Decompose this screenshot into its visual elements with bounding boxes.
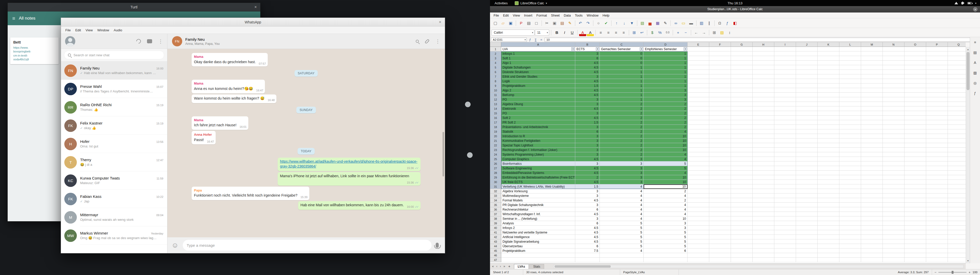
- cell[interactable]: [774, 180, 796, 184]
- cell[interactable]: [839, 212, 861, 217]
- cell[interactable]: [796, 88, 818, 93]
- cell[interactable]: [796, 115, 818, 120]
- print-icon[interactable]: ▤: [525, 20, 532, 27]
- cell[interactable]: [752, 175, 774, 180]
- cell[interactable]: [709, 175, 731, 180]
- cell[interactable]: [839, 221, 861, 226]
- cell[interactable]: PO: [501, 97, 575, 102]
- cell[interactable]: [774, 139, 796, 143]
- cell[interactable]: [948, 161, 966, 166]
- headers-footers-icon[interactable]: ▬: [687, 20, 695, 27]
- cell[interactable]: [774, 111, 796, 115]
- row-header[interactable]: 14: [490, 106, 501, 111]
- cell[interactable]: [818, 203, 839, 207]
- cell[interactable]: [861, 207, 883, 212]
- cut-icon[interactable]: ✂: [543, 20, 550, 27]
- cell[interactable]: ECTS▾: [575, 47, 600, 51]
- cell[interactable]: [818, 207, 839, 212]
- cell[interactable]: [687, 217, 709, 221]
- cell[interactable]: [926, 148, 948, 152]
- cell[interactable]: [752, 230, 774, 235]
- cell[interactable]: [752, 248, 774, 253]
- cell[interactable]: [709, 193, 731, 198]
- cell[interactable]: 0: [600, 51, 644, 56]
- cell[interactable]: [926, 125, 948, 130]
- chat-list-item[interactable]: RRRaRo OHNE Richi15:19Thomas: 👍: [61, 98, 167, 116]
- cell[interactable]: [948, 193, 966, 198]
- cell[interactable]: [796, 102, 818, 106]
- cell[interactable]: [687, 74, 709, 79]
- menu-item-tools[interactable]: Tools: [573, 14, 584, 17]
- cell[interactable]: [774, 253, 796, 258]
- cell[interactable]: [883, 106, 904, 111]
- cell[interactable]: [709, 184, 731, 189]
- cell[interactable]: [818, 125, 839, 130]
- cell[interactable]: [752, 143, 774, 148]
- cell[interactable]: [709, 120, 731, 125]
- cell[interactable]: [687, 198, 709, 203]
- cell[interactable]: [948, 65, 966, 70]
- cell[interactable]: [796, 230, 818, 235]
- cell[interactable]: [774, 239, 796, 244]
- calc-titlebar[interactable]: Studienplan...UK.ods - LibreOffice Calc …: [490, 6, 980, 13]
- cell[interactable]: [948, 143, 966, 148]
- cell[interactable]: [926, 111, 948, 115]
- cell[interactable]: [731, 88, 752, 93]
- cell[interactable]: [731, 207, 752, 212]
- cell[interactable]: [731, 47, 752, 51]
- cell[interactable]: [839, 130, 861, 134]
- row-header[interactable]: 38: [490, 217, 501, 221]
- delete-decimal-icon[interactable]: −: [682, 29, 689, 36]
- cell[interactable]: [687, 152, 709, 157]
- chat-list-item[interactable]: DPPresse Wahl15:07// Thema des Tages // …: [61, 80, 167, 98]
- cell[interactable]: 4.5: [575, 198, 600, 203]
- cell[interactable]: [575, 258, 600, 262]
- cell[interactable]: [839, 102, 861, 106]
- cell[interactable]: [818, 221, 839, 226]
- cell[interactable]: [839, 152, 861, 157]
- column-header-B[interactable]: B: [575, 42, 600, 47]
- row-header[interactable]: 42: [490, 235, 501, 239]
- highlight-color-icon[interactable]: A: [587, 29, 594, 36]
- cell[interactable]: [731, 189, 752, 193]
- menu-item-audio[interactable]: Audio: [111, 28, 124, 32]
- cell[interactable]: [839, 74, 861, 79]
- cell[interactable]: [883, 134, 904, 139]
- cell[interactable]: [774, 184, 796, 189]
- cell[interactable]: [948, 189, 966, 193]
- cell[interactable]: [861, 115, 883, 120]
- cell[interactable]: [709, 143, 731, 148]
- cell[interactable]: [904, 239, 926, 244]
- cell[interactable]: [774, 120, 796, 125]
- cell[interactable]: 3: [575, 203, 600, 207]
- cell[interactable]: [796, 161, 818, 166]
- cell[interactable]: [796, 47, 818, 51]
- row-header[interactable]: 36: [490, 207, 501, 212]
- cell[interactable]: Systems Programming (Joker): [501, 152, 575, 157]
- cell[interactable]: [687, 79, 709, 84]
- navigator-icon[interactable]: ◎: [972, 80, 978, 86]
- cell[interactable]: 2: [644, 120, 687, 125]
- cell[interactable]: [731, 111, 752, 115]
- cell[interactable]: [796, 193, 818, 198]
- menu-dots-icon[interactable]: ⋮: [435, 39, 440, 44]
- cell[interactable]: [752, 47, 774, 51]
- cell[interactable]: [904, 56, 926, 61]
- cell[interactable]: [818, 184, 839, 189]
- cell[interactable]: [774, 143, 796, 148]
- cell[interactable]: [861, 212, 883, 217]
- cell[interactable]: [687, 235, 709, 239]
- cell[interactable]: [752, 120, 774, 125]
- first-sheet-icon[interactable]: «: [491, 265, 495, 268]
- cell[interactable]: BeKomp: [501, 93, 575, 97]
- cell[interactable]: [883, 79, 904, 84]
- row-header[interactable]: 9: [490, 84, 501, 88]
- cell[interactable]: [752, 65, 774, 70]
- cell[interactable]: [818, 79, 839, 84]
- cell[interactable]: [926, 193, 948, 198]
- cell[interactable]: [883, 97, 904, 102]
- cell[interactable]: [644, 258, 687, 262]
- cell[interactable]: 2: [600, 111, 644, 115]
- find-replace-icon[interactable]: ○: [595, 20, 602, 27]
- zoom-in-icon[interactable]: +: [969, 270, 970, 274]
